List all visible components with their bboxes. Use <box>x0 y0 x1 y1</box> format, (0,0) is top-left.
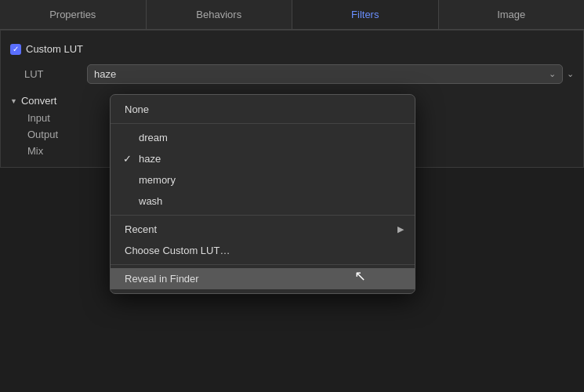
dropdown-item-recent[interactable]: Recent ▶ <box>111 219 415 240</box>
dropdown-haze-label: haze <box>139 153 161 165</box>
dropdown-item-memory[interactable]: memory <box>111 169 415 191</box>
dropdown-dream-label: dream <box>139 132 168 143</box>
dropdown-item-wash[interactable]: wash <box>111 191 415 212</box>
checkbox-check-icon: ✓ <box>13 45 19 53</box>
dropdown-wash-label: wash <box>139 195 162 207</box>
checkmark-icon: ✓ <box>123 153 132 165</box>
lut-select-button[interactable]: haze ⌄ <box>87 64 563 84</box>
dropdown-recent-label: Recent <box>125 223 157 235</box>
lut-row: LUT haze ⌄ ⌄ <box>10 61 574 87</box>
dropdown-separator-2 <box>111 215 415 216</box>
tab-behaviors-label: Behaviors <box>196 9 241 20</box>
lut-select-area: haze ⌄ <box>87 64 563 84</box>
dropdown-item-reveal[interactable]: Reveal in Finder ↖ <box>111 268 415 289</box>
convert-input-label: Input <box>27 112 50 124</box>
lut-dropdown: None dream ✓ haze memory wash Recent ▶ C… <box>110 94 415 294</box>
tab-filters[interactable]: Filters <box>292 0 439 29</box>
submenu-arrow-icon: ▶ <box>397 224 404 234</box>
custom-lut-row: ✓ Custom LUT <box>10 38 574 61</box>
tab-properties[interactable]: Properties <box>0 0 147 29</box>
convert-mix-label: Mix <box>27 145 43 157</box>
dropdown-choose-label: Choose Custom LUT… <box>125 245 230 256</box>
chevron-down-icon: ⌄ <box>549 69 556 79</box>
dropdown-none-label: None <box>125 103 149 115</box>
dropdown-item-haze[interactable]: ✓ haze <box>111 148 415 169</box>
dropdown-item-choose[interactable]: Choose Custom LUT… <box>111 240 415 261</box>
dropdown-memory-label: memory <box>139 174 176 186</box>
triangle-icon: ▼ <box>10 97 17 105</box>
tab-bar: Properties Behaviors Filters Image <box>0 0 584 30</box>
lut-selected-value: haze <box>94 68 116 80</box>
custom-lut-checkbox[interactable]: ✓ <box>10 44 21 55</box>
dropdown-item-dream[interactable]: dream <box>111 127 415 148</box>
tab-behaviors[interactable]: Behaviors <box>147 0 293 29</box>
dropdown-item-none[interactable]: None <box>111 99 415 120</box>
lut-extra-arrow-icon: ⌄ <box>567 69 574 79</box>
tab-properties-label: Properties <box>49 9 96 20</box>
cursor-icon: ↖ <box>354 267 366 285</box>
convert-output-label: Output <box>27 129 58 140</box>
convert-label: Convert <box>21 95 57 107</box>
custom-lut-label: Custom LUT <box>26 43 83 55</box>
dropdown-reveal-label: Reveal in Finder <box>125 273 199 285</box>
dropdown-separator-1 <box>111 123 415 124</box>
dropdown-separator-3 <box>111 264 415 265</box>
tab-image-label: Image <box>497 9 525 20</box>
tab-image[interactable]: Image <box>439 0 585 29</box>
lut-label: LUT <box>24 68 87 80</box>
tab-filters-label: Filters <box>351 9 379 20</box>
